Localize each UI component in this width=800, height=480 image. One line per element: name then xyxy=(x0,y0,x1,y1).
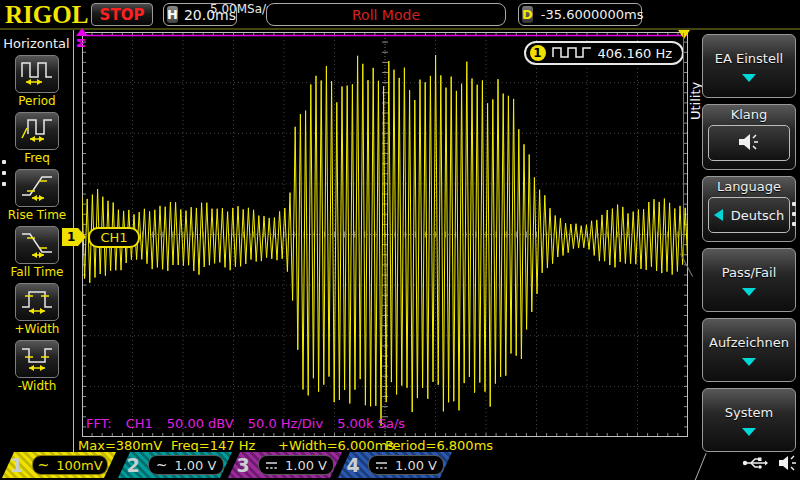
language-select[interactable]: Deutsch xyxy=(708,197,790,233)
square-wave-icon xyxy=(552,44,592,63)
measurement-row: Max=380mV Freq=147 Hz +Width=6.000ms Per… xyxy=(0,438,800,452)
rise-time-icon xyxy=(20,171,54,205)
fft-status-line: FFT: CH1 50.00 dBV 50.0 Hz/Div 5.00k Sa/… xyxy=(86,416,419,431)
measurement-freq: Freq=147 Hz xyxy=(171,438,255,453)
ch1-trace-label[interactable]: CH1 xyxy=(88,227,140,248)
measurement-pwidth: +Width=6.000ms xyxy=(278,438,394,453)
waveform-plot xyxy=(82,32,688,437)
chevron-down-icon xyxy=(742,358,756,366)
sound-toggle[interactable] xyxy=(708,125,790,161)
chevron-down-icon xyxy=(742,288,756,296)
oscilloscope-screen: RIGOL STOP H 20.0ms 5.00MSa/s Roll Mode … xyxy=(0,0,800,480)
ac-coupling-icon: ~ xyxy=(37,460,49,470)
chevron-left-icon xyxy=(714,209,723,221)
sidebar-item-minus-width[interactable]: -Width xyxy=(0,340,74,393)
ac-coupling-icon: ~ xyxy=(156,460,168,470)
speaker-icon xyxy=(737,132,761,155)
menu-page-dots xyxy=(792,202,796,226)
chevron-down-icon xyxy=(742,74,756,82)
counter-value: 406.160 Hz xyxy=(598,46,673,61)
sidebar-title: Horizontal xyxy=(0,30,73,51)
channel-4-scale: 1.00 V xyxy=(395,458,437,473)
run-stop-state[interactable]: STOP xyxy=(91,3,153,26)
period-icon xyxy=(20,57,54,91)
dc-coupling-icon xyxy=(375,458,388,473)
delay-readout: D -35.6000000ms xyxy=(518,3,642,26)
usb-icon xyxy=(742,455,768,475)
menu-tab-outline xyxy=(683,33,684,255)
language-value: Deutsch xyxy=(731,208,785,223)
softkey-menu: EA Einstell Klang Language Deutsch Pass/… xyxy=(702,34,798,452)
timebase-badge: H xyxy=(167,6,178,23)
fall-time-icon xyxy=(20,228,54,262)
sidebar-item-rise-time[interactable]: Rise Time xyxy=(0,169,74,222)
counter-channel-badge: 1 xyxy=(530,45,546,61)
menu-button-ea-einstell[interactable]: EA Einstell xyxy=(702,34,796,98)
channel-4-status[interactable]: 4 1.00 V xyxy=(338,452,452,478)
beeper-icon xyxy=(778,454,800,476)
channel-1-scale: 100mV xyxy=(56,458,102,473)
channel-1-status[interactable]: 1 ~ 100mV xyxy=(2,452,116,478)
math-channel-marker: M xyxy=(75,28,88,47)
trigger-position-icon[interactable] xyxy=(678,30,690,39)
menu-button-language[interactable]: Language Deutsch xyxy=(702,176,796,242)
sidebar-page-dots xyxy=(2,160,6,186)
waveform-display: M 1 406.160 Hz 1 CH1 FFT: CH1 50.00 dBV … xyxy=(82,32,688,437)
measurement-period: Period=6.800ms xyxy=(385,438,493,453)
top-status-bar: RIGOL STOP H 20.0ms 5.00MSa/s Roll Mode … xyxy=(0,0,800,30)
minus-width-icon xyxy=(20,342,54,376)
sidebar-item-period[interactable]: Period xyxy=(0,55,74,108)
freq-icon xyxy=(20,114,54,148)
sidebar-item-freq[interactable]: Freq xyxy=(0,112,74,165)
frequency-counter: 1 406.160 Hz xyxy=(524,41,685,65)
acquisition-mode: Roll Mode xyxy=(266,3,506,26)
menu-button-pass-fail[interactable]: Pass/Fail xyxy=(702,248,796,312)
delay-badge: D xyxy=(522,6,533,23)
menu-button-klang[interactable]: Klang xyxy=(702,104,796,170)
plus-width-icon xyxy=(20,285,54,319)
channel-status-bar: 1 ~ 100mV 2 ~ 1.00 V 3 1.00 V 4 1.00 V xyxy=(0,452,800,478)
channel-2-scale: 1.00 V xyxy=(174,458,216,473)
channel-3-scale: 1.00 V xyxy=(285,458,327,473)
delay-value: -35.6000000ms xyxy=(541,7,644,22)
measurement-max: Max=380mV xyxy=(78,438,162,453)
channel-2-status[interactable]: 2 ~ 1.00 V xyxy=(118,452,232,478)
rigol-logo: RIGOL xyxy=(5,1,88,29)
channel-3-status[interactable]: 3 1.00 V xyxy=(228,452,342,478)
menu-button-aufzeichnen[interactable]: Aufzeichnen xyxy=(702,318,796,382)
dc-coupling-icon xyxy=(265,458,278,473)
sample-rate: 5.00MSa/s xyxy=(210,2,272,16)
chevron-down-icon xyxy=(742,428,756,436)
sidebar-item-plus-width[interactable]: +Width xyxy=(0,283,74,336)
